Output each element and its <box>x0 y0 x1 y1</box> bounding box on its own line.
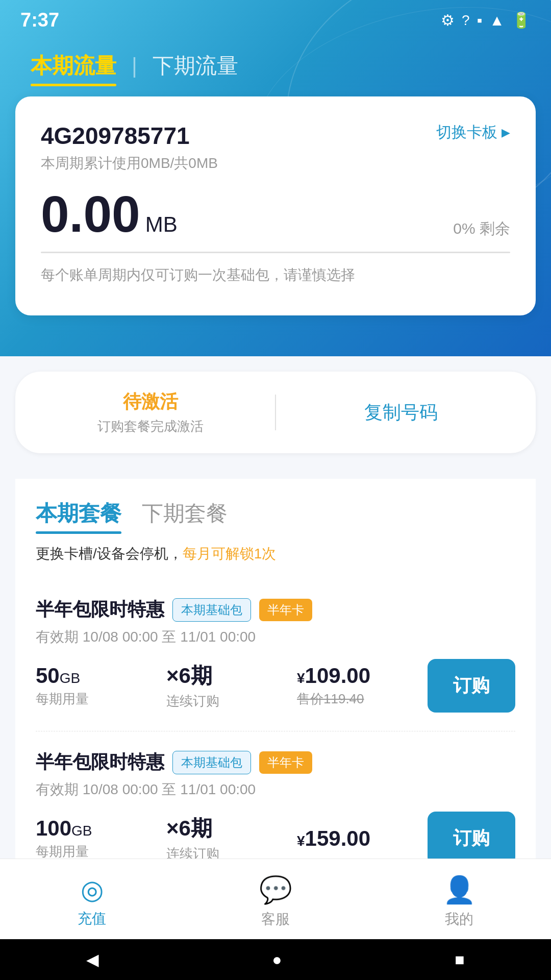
white-section: 待激活 订购套餐完成激活 复制号码 本期套餐 下期套餐 更换卡槽/设备会停机，每… <box>0 356 551 884</box>
package-details: 50GB 每期用量 ×6期 连续订购 ¥109.00 售价119.40 订购 <box>36 659 515 713</box>
status-bar: 7:37 ⚙ ? ▪ ▲ 🔋 <box>0 0 551 36</box>
tab-next-flow[interactable]: 下期流量 <box>153 52 238 86</box>
package-title: 半年包限时特惠 <box>36 597 164 622</box>
package-tab-next[interactable]: 下期套餐 <box>142 499 228 534</box>
data-card-header: 4G209785771 本周期累计使用0MB/共0MB 切换卡板 ▶ <box>41 122 510 173</box>
warning-black: 更换卡槽/设备会停机， <box>36 546 183 561</box>
nav-item-mine[interactable]: 👤 我的 <box>367 869 551 934</box>
usage-number: 0.00 <box>41 188 140 239</box>
package-periods: ×6期 连续订购 <box>166 662 297 710</box>
sim-usage: 本周期累计使用0MB/共0MB <box>41 154 218 173</box>
package-title-2: 半年包限时特惠 <box>36 750 164 775</box>
tab-current-flow[interactable]: 本期流量 <box>31 52 116 86</box>
switch-card-arrow-icon: ▶ <box>502 126 510 139</box>
package-price-2: ¥159.00 <box>297 826 428 851</box>
warning-text: 更换卡槽/设备会停机，每月可解锁1次 <box>36 544 515 564</box>
usage-display: 0.00 MB 0% 剩余 每个账单周期内仅可订购一次基础包，请谨慎选择 <box>41 188 510 285</box>
package-title-row-2: 半年包限时特惠 本期基础包 半年卡 <box>36 750 515 775</box>
warning-orange: 每月可解锁1次 <box>183 546 277 561</box>
original-price: 售价119.40 <box>297 690 428 708</box>
nav-label-service: 客服 <box>261 910 290 929</box>
nav-item-recharge[interactable]: ◎ 充值 <box>0 869 184 934</box>
badge-half-year: 半年卡 <box>259 599 312 621</box>
status-icons: ⚙ ? ▪ ▲ 🔋 <box>441 11 531 29</box>
activation-separator <box>275 395 276 430</box>
currency-symbol: ¥ <box>297 670 305 686</box>
amount-unit-2: GB <box>71 823 92 839</box>
usage-note: 每个账单周期内仅可订购一次基础包，请谨慎选择 <box>41 265 510 285</box>
amount-label: 每期用量 <box>36 690 166 708</box>
home-button[interactable]: ● <box>272 950 282 969</box>
bottom-nav: ◎ 充值 💬 客服 👤 我的 <box>0 859 551 939</box>
tab-divider: | <box>132 54 137 84</box>
package-item: 半年包限时特惠 本期基础包 半年卡 有效期 10/08 00:00 至 11/0… <box>36 579 515 731</box>
amount-unit: GB <box>60 670 80 686</box>
status-time: 7:37 <box>20 9 59 31</box>
nav-label-recharge: 充值 <box>78 909 106 928</box>
switch-card-label: 切换卡板 <box>436 122 497 143</box>
package-title-row: 半年包限时特惠 本期基础包 半年卡 <box>36 597 515 622</box>
sim-info: 4G209785771 本周期累计使用0MB/共0MB <box>41 122 218 173</box>
package-validity: 有效期 10/08 00:00 至 11/01 00:00 <box>36 627 515 647</box>
package-amount-2: 100GB 每期用量 <box>36 816 166 861</box>
package-tab-current[interactable]: 本期套餐 <box>36 499 121 534</box>
copy-number-button[interactable]: 复制号码 <box>296 400 505 425</box>
recharge-icon: ◎ <box>81 874 104 905</box>
activation-left: 待激活 订购套餐完成激活 <box>46 389 255 435</box>
buy-button-2[interactable]: 订购 <box>428 812 515 865</box>
usage-value-row: 0.00 MB 0% 剩余 <box>41 188 510 239</box>
package-amount-value-2: 100GB <box>36 816 166 841</box>
package-price-col: ¥109.00 售价119.40 <box>297 664 428 708</box>
package-validity-2: 有效期 10/08 00:00 至 11/01 00:00 <box>36 780 515 799</box>
periods-value-2: ×6期 <box>166 814 297 843</box>
badge-half-year-2: 半年卡 <box>259 751 312 774</box>
data-card: 4G209785771 本周期累计使用0MB/共0MB 切换卡板 ▶ 0.00 … <box>15 96 536 315</box>
package-details-2: 100GB 每期用量 ×6期 连续订购 ¥159.00 订购 <box>36 812 515 865</box>
usage-percent: 0% 剩余 <box>453 218 510 239</box>
usage-bar <box>41 252 510 253</box>
periods-label: 连续订购 <box>166 692 297 710</box>
nav-item-service[interactable]: 💬 客服 <box>184 869 367 934</box>
usage-unit: MB <box>145 212 178 237</box>
package-tabs: 本期套餐 下期套餐 <box>36 499 515 534</box>
price-value-2: 159.00 <box>305 826 370 850</box>
periods-value: ×6期 <box>166 662 297 690</box>
amount-label-2: 每期用量 <box>36 843 166 861</box>
price-value: 109.00 <box>305 664 370 688</box>
battery-icon: 🔋 <box>512 11 531 29</box>
switch-card-button[interactable]: 切换卡板 ▶ <box>436 122 510 143</box>
signal-icon: ▲ <box>489 12 505 29</box>
activation-card: 待激活 订购套餐完成激活 复制号码 <box>15 372 536 453</box>
gear-icon: ⚙ <box>441 11 455 29</box>
service-icon: 💬 <box>259 874 292 905</box>
package-price-col-2: ¥159.00 <box>297 826 428 851</box>
amount-number: 50 <box>36 664 60 688</box>
main-content: 4G209785771 本周期累计使用0MB/共0MB 切换卡板 ▶ 0.00 … <box>0 96 551 315</box>
activation-status: 待激活 <box>46 389 255 414</box>
activation-desc: 订购套餐完成激活 <box>46 418 255 435</box>
package-price: ¥109.00 <box>297 664 428 688</box>
package-periods-2: ×6期 连续订购 <box>166 814 297 863</box>
currency-symbol-2: ¥ <box>297 833 305 849</box>
buy-button-1[interactable]: 订购 <box>428 659 515 713</box>
system-nav: ◀ ● ■ <box>0 939 551 980</box>
badge-base-package: 本期基础包 <box>172 598 251 622</box>
amount-number-2: 100 <box>36 816 71 840</box>
package-amount-value: 50GB <box>36 664 166 688</box>
sim-number: 4G209785771 <box>41 122 218 150</box>
package-section: 本期套餐 下期套餐 更换卡槽/设备会停机，每月可解锁1次 半年包限时特惠 本期基… <box>15 479 536 884</box>
mine-icon: 👤 <box>443 874 476 905</box>
nav-label-mine: 我的 <box>445 910 473 929</box>
sim-icon: ▪ <box>477 12 483 29</box>
back-button[interactable]: ◀ <box>86 950 99 969</box>
recent-button[interactable]: ■ <box>455 950 464 969</box>
package-amount: 50GB 每期用量 <box>36 664 166 708</box>
header-tabs: 本期流量 | 下期流量 <box>0 36 551 96</box>
wifi-icon: ? <box>462 12 470 29</box>
badge-base-package-2: 本期基础包 <box>172 751 251 774</box>
